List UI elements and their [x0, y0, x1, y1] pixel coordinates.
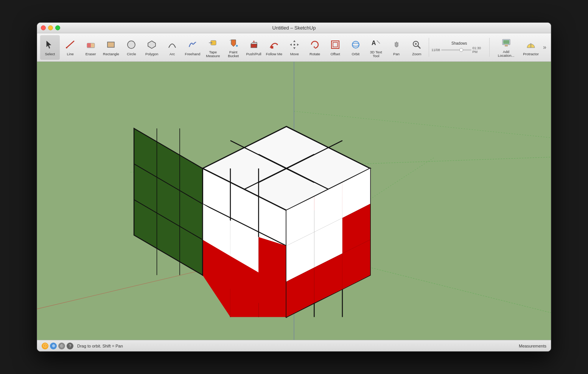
cursor-icon: [45, 39, 55, 51]
time-display: 01:30 PM: [473, 46, 487, 54]
svg-line-28: [377, 41, 380, 44]
status-icon-help[interactable]: ?: [67, 343, 73, 349]
add-location-tool[interactable]: Add Location...: [492, 36, 520, 59]
protractor-icon: [526, 39, 536, 51]
window-title: Untitled – SketchUp: [272, 25, 316, 31]
svg-marker-22: [313, 46, 315, 48]
toolbar-separator-1: [429, 38, 429, 57]
svg-rect-24: [333, 42, 338, 47]
svg-point-26: [352, 43, 359, 46]
circle-tool-label: Circle: [127, 52, 136, 56]
minimize-button[interactable]: [48, 25, 53, 30]
rotate-tool[interactable]: Rotate: [305, 35, 325, 60]
tape-measure-tool-label: Tape Measure: [204, 50, 222, 58]
app-window: Untitled – SketchUp Select Line Eraser: [37, 22, 551, 352]
3dtext-icon: A: [371, 37, 381, 50]
tape-icon: [208, 37, 218, 50]
add-location-label: Add Location...: [494, 50, 518, 58]
svg-rect-21: [294, 44, 295, 45]
svg-marker-17: [293, 40, 296, 42]
svg-rect-36: [505, 45, 508, 46]
line-tool[interactable]: Line: [61, 35, 80, 60]
svg-marker-14: [253, 40, 255, 42]
polygon-icon: [146, 39, 157, 51]
shadows-label: Shadows: [451, 41, 467, 45]
move-tool[interactable]: Move: [285, 35, 304, 60]
offset-tool[interactable]: Offset: [325, 35, 345, 60]
svg-point-11: [236, 45, 238, 47]
paint-bucket-tool-label: Paint Bucket: [224, 50, 243, 58]
pan-tool-label: Pan: [393, 52, 400, 56]
close-button[interactable]: [41, 25, 46, 30]
polygon-tool[interactable]: Polygon: [142, 35, 162, 60]
zoom-tool[interactable]: Zoom: [407, 35, 426, 60]
move-tool-label: Move: [290, 52, 299, 56]
orbit-tool[interactable]: Orbit: [346, 35, 366, 60]
shadows-widget: Shadows 11/08 01:30 PM: [431, 41, 487, 54]
orbit-tool-label: Orbit: [352, 52, 360, 56]
arc-icon: [167, 39, 177, 51]
3dtext-tool[interactable]: A 3D Text Tool: [366, 35, 386, 60]
polygon-tool-label: Polygon: [145, 52, 158, 56]
add-location-icon: [501, 37, 512, 49]
svg-rect-16: [271, 46, 273, 48]
measurements-label: Measurements: [519, 344, 546, 348]
svg-point-6: [128, 41, 135, 48]
circle-icon: [126, 39, 137, 51]
traffic-lights[interactable]: [41, 25, 60, 30]
zoom-icon: [411, 39, 422, 51]
rectangle-tool-label: Rectangle: [103, 52, 119, 56]
time-value: 11/08: [431, 48, 440, 52]
zoom-tool-label: Zoom: [412, 52, 421, 56]
followme-tool[interactable]: Follow Me: [264, 35, 284, 60]
select-tool-label: Select: [45, 52, 55, 56]
maximize-button[interactable]: [55, 25, 60, 30]
eraser-tool-label: Eraser: [86, 52, 96, 56]
pan-tool[interactable]: Pan: [387, 35, 406, 60]
protractor-tool-label: Protractor: [523, 52, 539, 56]
tape-measure-tool[interactable]: Tape Measure: [203, 35, 223, 60]
pushpull-icon: [249, 39, 259, 51]
status-icon-copy[interactable]: ©: [58, 343, 65, 349]
svg-line-30: [418, 46, 420, 48]
circle-tool[interactable]: Circle: [121, 35, 141, 60]
svg-marker-20: [297, 44, 299, 46]
svg-rect-34: [503, 40, 509, 44]
toolbar-separator-2: [489, 38, 490, 57]
freehand-tool[interactable]: Freehand: [183, 35, 202, 60]
status-icon-info[interactable]: ⓘ: [42, 343, 48, 349]
rotate-icon: [310, 39, 320, 51]
paint-bucket-tool[interactable]: Paint Bucket: [224, 35, 243, 60]
paint-icon: [228, 37, 239, 50]
shadows-slider[interactable]: [441, 49, 471, 51]
svg-marker-7: [148, 41, 156, 48]
eraser-tool[interactable]: Eraser: [81, 35, 101, 60]
status-icon-nav[interactable]: ⊕: [50, 343, 57, 349]
arc-tool[interactable]: Arc: [162, 35, 182, 60]
status-bar: ⓘ ⊕ © ? Drag to orbit. Shift = Pan Measu…: [37, 340, 551, 351]
line-icon: [65, 39, 76, 51]
status-icons: ⓘ ⊕ © ?: [42, 343, 73, 349]
freehand-tool-label: Freehand: [185, 52, 201, 56]
status-text: Drag to orbit. Shift = Pan: [77, 344, 123, 348]
3dtext-tool-label: 3D Text Tool: [367, 50, 385, 58]
select-tool[interactable]: Select: [40, 35, 60, 60]
line-tool-label: Line: [67, 52, 74, 56]
toolbar-expand-button[interactable]: »: [541, 42, 548, 52]
arc-tool-label: Arc: [170, 52, 175, 56]
svg-line-0: [67, 41, 74, 48]
svg-point-25: [352, 41, 359, 48]
move-icon: [289, 39, 300, 51]
svg-rect-5: [107, 42, 114, 47]
pushpull-tool[interactable]: Push/Pull: [244, 35, 264, 60]
offset-icon: [330, 39, 341, 51]
pushpull-tool-label: Push/Pull: [246, 52, 261, 56]
followme-icon: [269, 39, 279, 51]
rectangle-tool[interactable]: Rectangle: [101, 35, 121, 60]
protractor-tool[interactable]: Protractor: [521, 35, 541, 60]
rotate-tool-label: Rotate: [310, 52, 320, 56]
scene-svg: [37, 62, 551, 340]
freehand-icon: [187, 39, 198, 51]
eraser-icon: [86, 39, 96, 51]
canvas-area[interactable]: [37, 62, 551, 340]
